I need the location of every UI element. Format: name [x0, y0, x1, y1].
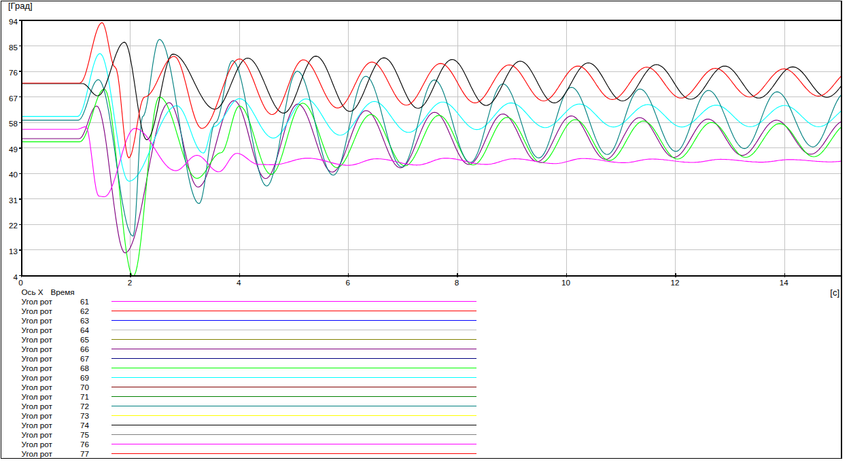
svg-text:Угол рот: Угол рот — [22, 354, 53, 363]
svg-text:Угол рот: Угол рот — [22, 297, 53, 306]
svg-text:22: 22 — [9, 221, 18, 230]
svg-text:70: 70 — [80, 383, 90, 391]
svg-text:Угол рот: Угол рот — [22, 430, 53, 439]
svg-text:Угол рот: Угол рот — [22, 345, 53, 353]
svg-text:72: 72 — [80, 402, 89, 410]
svg-text:14: 14 — [780, 278, 789, 287]
svg-text:66: 66 — [80, 345, 89, 353]
svg-text:67: 67 — [9, 94, 18, 103]
svg-text:64: 64 — [80, 326, 90, 334]
svg-text:[c]: [c] — [830, 287, 839, 298]
svg-text:6: 6 — [345, 278, 350, 287]
svg-text:67: 67 — [80, 354, 89, 363]
svg-text:63: 63 — [80, 316, 89, 325]
svg-text:13: 13 — [9, 247, 18, 256]
svg-text:Угол рот: Угол рот — [22, 316, 53, 325]
svg-text:68: 68 — [80, 364, 89, 372]
svg-text:4: 4 — [237, 278, 241, 287]
svg-text:74: 74 — [80, 421, 90, 430]
svg-text:31: 31 — [9, 196, 18, 205]
svg-text:8: 8 — [455, 278, 459, 287]
svg-text:[Град]: [Град] — [8, 1, 33, 11]
svg-text:75: 75 — [80, 430, 90, 439]
svg-text:10: 10 — [561, 278, 571, 287]
svg-text:58: 58 — [9, 119, 18, 128]
svg-text:69: 69 — [80, 373, 89, 382]
svg-text:Угол рот: Угол рот — [22, 326, 53, 334]
svg-text:Время: Время — [51, 287, 75, 296]
svg-text:Угол рот: Угол рот — [22, 364, 53, 372]
svg-text:Угол рот: Угол рот — [22, 373, 53, 382]
svg-text:49: 49 — [9, 145, 18, 154]
svg-text:Угол рот: Угол рот — [22, 335, 53, 344]
svg-text:Ось X: Ось X — [22, 287, 44, 296]
svg-text:Угол рот: Угол рот — [22, 449, 53, 458]
svg-text:0: 0 — [18, 278, 23, 287]
svg-text:65: 65 — [80, 335, 90, 344]
svg-text:40: 40 — [9, 170, 18, 179]
svg-text:77: 77 — [80, 449, 89, 458]
svg-text:Угол рот: Угол рот — [22, 392, 53, 401]
svg-text:2: 2 — [128, 278, 133, 287]
svg-text:85: 85 — [9, 43, 18, 52]
svg-text:62: 62 — [80, 306, 89, 315]
svg-text:Угол рот: Угол рот — [22, 411, 53, 420]
svg-text:Угол рот: Угол рот — [22, 402, 53, 410]
svg-text:76: 76 — [80, 440, 89, 449]
svg-text:4: 4 — [13, 273, 18, 281]
svg-text:71: 71 — [80, 392, 89, 401]
svg-text:Угол рот: Угол рот — [22, 383, 53, 391]
svg-text:Угол рот: Угол рот — [22, 440, 53, 449]
svg-text:Угол рот: Угол рот — [22, 421, 53, 430]
svg-text:12: 12 — [670, 278, 679, 287]
svg-text:61: 61 — [80, 297, 89, 306]
svg-text:76: 76 — [9, 68, 18, 77]
svg-text:94: 94 — [9, 17, 18, 26]
svg-text:73: 73 — [80, 411, 89, 420]
svg-text:Угол рот: Угол рот — [22, 306, 53, 315]
